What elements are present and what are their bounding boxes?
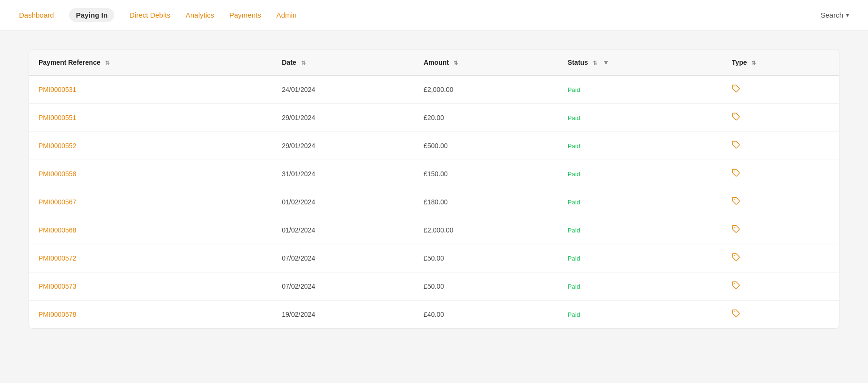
cell-amount: £50.00 (414, 244, 558, 272)
nav-item-payments[interactable]: Payments (229, 9, 261, 21)
payment-reference-link[interactable]: PMI0000558 (39, 170, 76, 178)
nav-item-dashboard[interactable]: Dashboard (19, 9, 54, 21)
nav-links: Dashboard Paying In Direct Debits Analyt… (19, 8, 296, 22)
nav-item-direct-debits[interactable]: Direct Debits (129, 9, 170, 21)
type-icon (732, 227, 740, 235)
payment-reference-link[interactable]: PMI0000551 (39, 114, 76, 121)
cell-type (722, 301, 839, 329)
status-badge: Paid (568, 227, 580, 234)
cell-type (722, 188, 839, 216)
cell-date: 24/01/2024 (272, 75, 414, 104)
cell-date: 07/02/2024 (272, 272, 414, 301)
cell-payment-reference: PMI0000578 (29, 301, 272, 329)
cell-amount: £2,000.00 (414, 216, 558, 244)
cell-type (722, 132, 839, 160)
type-icon (732, 255, 740, 263)
status-badge: Paid (568, 142, 580, 150)
cell-payment-reference: PMI0000567 (29, 188, 272, 216)
payment-reference-link[interactable]: PMI0000567 (39, 198, 76, 206)
type-icon (732, 142, 740, 151)
cell-type (722, 272, 839, 301)
col-header-amount[interactable]: Amount ⇅ (414, 50, 558, 75)
sort-icon-payment-reference: ⇅ (105, 60, 109, 66)
cell-status: Paid (558, 160, 722, 188)
table-row: PMI000056801/02/2024£2,000.00Paid (29, 216, 839, 244)
type-icon (732, 114, 740, 122)
search-trigger[interactable]: Search ▾ (820, 11, 849, 19)
cell-status: Paid (558, 188, 722, 216)
cell-amount: £180.00 (414, 188, 558, 216)
cell-payment-reference: PMI0000552 (29, 132, 272, 160)
cell-payment-reference: PMI0000531 (29, 75, 272, 104)
cell-date: 01/02/2024 (272, 188, 414, 216)
cell-type (722, 160, 839, 188)
table-row: PMI000055129/01/2024£20.00Paid (29, 104, 839, 132)
status-badge: Paid (568, 255, 580, 262)
payment-reference-link[interactable]: PMI0000578 (39, 311, 76, 318)
table-row: PMI000056701/02/2024£180.00Paid (29, 188, 839, 216)
payments-table: Payment Reference ⇅ Date ⇅ Amount ⇅ St (29, 50, 839, 328)
type-icon (732, 283, 740, 291)
cell-status: Paid (558, 132, 722, 160)
table-row: PMI000053124/01/2024£2,000.00Paid (29, 75, 839, 104)
type-icon (732, 199, 740, 207)
cell-amount: £500.00 (414, 132, 558, 160)
col-label-status: Status (568, 59, 588, 66)
cell-type (722, 216, 839, 244)
status-badge: Paid (568, 283, 580, 290)
cell-amount: £150.00 (414, 160, 558, 188)
col-label-date: Date (282, 59, 296, 66)
cell-payment-reference: PMI0000572 (29, 244, 272, 272)
cell-date: 31/01/2024 (272, 160, 414, 188)
cell-amount: £20.00 (414, 104, 558, 132)
cell-status: Paid (558, 272, 722, 301)
sort-icon-amount: ⇅ (454, 60, 458, 66)
cell-date: 29/01/2024 (272, 132, 414, 160)
col-label-payment-reference: Payment Reference (39, 59, 100, 66)
cell-date: 29/01/2024 (272, 104, 414, 132)
filter-icon[interactable]: ▼ (602, 59, 609, 66)
table-row: PMI000057307/02/2024£50.00Paid (29, 272, 839, 301)
cell-status: Paid (558, 244, 722, 272)
cell-status: Paid (558, 216, 722, 244)
search-label: Search (820, 11, 843, 19)
table-row: PMI000057819/02/2024£40.00Paid (29, 301, 839, 329)
col-header-type[interactable]: Type ⇅ (722, 50, 839, 75)
cell-amount: £50.00 (414, 272, 558, 301)
table-row: PMI000055229/01/2024£500.00Paid (29, 132, 839, 160)
col-label-type: Type (732, 59, 747, 66)
type-icon (732, 86, 740, 94)
col-header-payment-reference[interactable]: Payment Reference ⇅ (29, 50, 272, 75)
type-icon (732, 171, 740, 179)
nav-item-admin[interactable]: Admin (276, 9, 297, 21)
payment-reference-link[interactable]: PMI0000572 (39, 254, 76, 262)
status-badge: Paid (568, 199, 580, 206)
cell-payment-reference: PMI0000568 (29, 216, 272, 244)
search-dropdown-arrow-icon: ▾ (846, 12, 849, 19)
col-header-date[interactable]: Date ⇅ (272, 50, 414, 75)
col-label-amount: Amount (424, 59, 449, 66)
table-scroll-wrapper[interactable]: Payment Reference ⇅ Date ⇅ Amount ⇅ St (29, 50, 839, 328)
table-header-row: Payment Reference ⇅ Date ⇅ Amount ⇅ St (29, 50, 839, 75)
payment-reference-link[interactable]: PMI0000573 (39, 282, 76, 290)
table-row: PMI000055831/01/2024£150.00Paid (29, 160, 839, 188)
payment-reference-link[interactable]: PMI0000531 (39, 86, 76, 93)
navbar: Dashboard Paying In Direct Debits Analyt… (0, 0, 868, 30)
payments-table-container: Payment Reference ⇅ Date ⇅ Amount ⇅ St (29, 50, 839, 329)
payment-reference-link[interactable]: PMI0000568 (39, 226, 76, 234)
cell-payment-reference: PMI0000558 (29, 160, 272, 188)
col-header-status[interactable]: Status ⇅ ▼ (558, 50, 722, 75)
cell-status: Paid (558, 75, 722, 104)
main-content: Payment Reference ⇅ Date ⇅ Amount ⇅ St (0, 30, 868, 348)
cell-status: Paid (558, 104, 722, 132)
nav-item-analytics[interactable]: Analytics (186, 9, 214, 21)
sort-icon-type: ⇅ (751, 60, 756, 66)
cell-amount: £40.00 (414, 301, 558, 329)
cell-type (722, 75, 839, 104)
cell-payment-reference: PMI0000551 (29, 104, 272, 132)
nav-item-paying-in[interactable]: Paying In (69, 8, 114, 22)
sort-icon-status: ⇅ (593, 60, 597, 66)
payment-reference-link[interactable]: PMI0000552 (39, 142, 76, 150)
status-badge: Paid (568, 311, 580, 318)
cell-type (722, 104, 839, 132)
